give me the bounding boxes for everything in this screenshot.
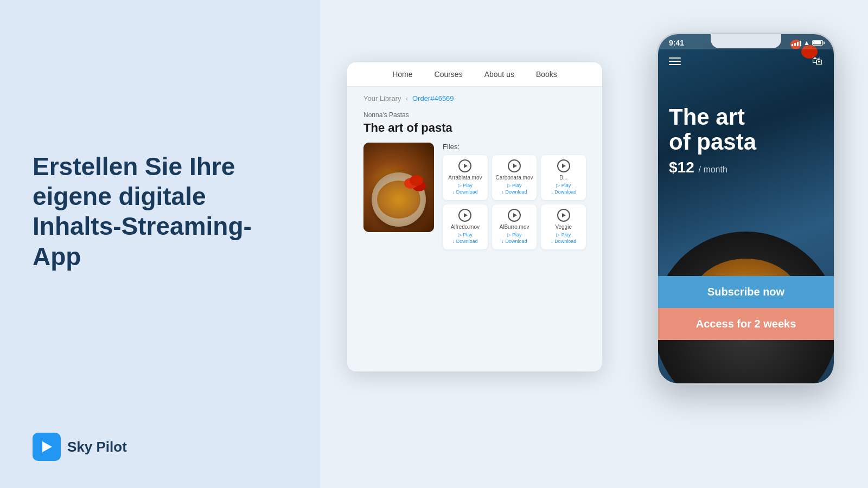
logo-icon <box>33 433 61 461</box>
hamburger-menu[interactable] <box>669 57 681 65</box>
desktop-nav: Home Courses About us Books <box>347 62 602 87</box>
play-icon-arrabiata[interactable] <box>458 159 471 172</box>
product-label: Nonna's Pastas <box>363 111 586 119</box>
play-icon-alburro[interactable] <box>508 209 521 222</box>
breadcrumb: Your Library ‹ Order#46569 <box>347 87 602 106</box>
download-b[interactable]: ↓ Download <box>544 189 583 195</box>
product-thumbnail <box>363 143 434 232</box>
file-name-b: B... <box>544 175 583 181</box>
file-arrabiata: Arrabiata.mov ▷ Play ↓ Download <box>443 155 488 200</box>
files-row-2: Alfredo.mov ▷ Play ↓ Download AlBurro.mo… <box>443 204 586 249</box>
file-name-alburro: AlBurro.mov <box>495 224 534 230</box>
file-name-alfredo: Alfredo.mov <box>446 224 484 230</box>
phone-notch <box>711 34 781 48</box>
phone-price: $12 / month <box>669 159 756 176</box>
cart-icon[interactable]: 🛍 <box>812 55 823 67</box>
files-section: Files: Arrabiata.mov ▷ Play ↓ Download C… <box>363 143 586 254</box>
desktop-content: Nonna's Pastas The art of pasta Files: <box>347 106 602 265</box>
nav-home[interactable]: Home <box>392 70 412 79</box>
files-grid: Files: Arrabiata.mov ▷ Play ↓ Download C… <box>443 143 586 254</box>
file-alburro: AlBurro.mov ▷ Play ↓ Download <box>492 204 537 249</box>
play-icon-alfredo[interactable] <box>458 209 471 222</box>
nav-about[interactable]: About us <box>484 70 514 79</box>
phone-buttons: Subscribe now Access for 2 weeks <box>658 276 834 340</box>
chevron-icon: ‹ <box>406 94 408 102</box>
left-panel: Erstellen Sie Ihre eigene digitale Inhal… <box>0 0 320 488</box>
wifi-icon: ▲ <box>803 39 810 47</box>
play-icon-carbonara[interactable] <box>508 159 521 172</box>
hero-text: Erstellen Sie Ihre eigene digitale Inhal… <box>33 152 266 272</box>
signal-icon <box>792 40 801 46</box>
file-name-arrabiata: Arrabiata.mov <box>446 175 484 181</box>
file-carbonara: Carbonara.mov ▷ Play ↓ Download <box>492 155 537 200</box>
pasta-image <box>363 143 434 232</box>
access-button[interactable]: Access for 2 weeks <box>658 308 834 340</box>
plate <box>372 172 426 227</box>
play-icon-b[interactable] <box>557 159 570 172</box>
breadcrumb-library[interactable]: Your Library <box>363 94 401 102</box>
logo-area: Sky Pilot <box>33 433 127 461</box>
file-name-carbonara: Carbonara.mov <box>495 175 534 181</box>
play-alfredo[interactable]: ▷ Play <box>446 232 484 237</box>
breadcrumb-order: Order#46569 <box>412 94 454 102</box>
phone-nav-bar: 🛍 <box>658 50 834 72</box>
play-veggie[interactable]: ▷ Play <box>544 232 583 237</box>
download-alburro[interactable]: ↓ Download <box>495 239 534 244</box>
phone-title: The art of pasta <box>669 105 756 155</box>
hero-heading: Erstellen Sie Ihre eigene digitale Inhal… <box>33 152 266 272</box>
subscribe-button[interactable]: Subscribe now <box>658 276 834 308</box>
file-alfredo: Alfredo.mov ▷ Play ↓ Download <box>443 204 488 249</box>
files-label: Files: <box>443 143 586 151</box>
phone-text-area: The art of pasta $12 / month <box>669 105 756 176</box>
product-title: The art of pasta <box>363 121 586 135</box>
download-alfredo[interactable]: ↓ Download <box>446 239 484 244</box>
mobile-mockup: 9:41 ▲ 🛍 The art of pasta <box>656 33 835 385</box>
play-icon-veggie[interactable] <box>557 209 570 222</box>
play-alburro[interactable]: ▷ Play <box>495 232 534 237</box>
noodles <box>377 181 420 219</box>
file-name-veggie: Veggie <box>544 224 583 230</box>
download-carbonara[interactable]: ↓ Download <box>495 189 534 195</box>
desktop-ui: Home Courses About us Books Your Library… <box>347 62 602 371</box>
play-b[interactable]: ▷ Play <box>544 183 583 188</box>
nav-books[interactable]: Books <box>536 70 557 79</box>
logo-text: Sky Pilot <box>67 439 127 455</box>
nav-courses[interactable]: Courses <box>435 70 463 79</box>
file-b: B... ▷ Play ↓ Download <box>541 155 586 200</box>
phone-status-icons: ▲ <box>792 39 823 47</box>
phone-time: 9:41 <box>669 38 684 47</box>
download-arrabiata[interactable]: ↓ Download <box>446 189 484 195</box>
svg-marker-0 <box>42 441 52 452</box>
battery-icon <box>812 40 823 46</box>
download-veggie[interactable]: ↓ Download <box>544 239 583 244</box>
play-arrabiata[interactable]: ▷ Play <box>446 183 484 188</box>
play-carbonara[interactable]: ▷ Play <box>495 183 534 188</box>
files-row-1: Arrabiata.mov ▷ Play ↓ Download Carbonar… <box>443 155 586 200</box>
file-veggie: Veggie ▷ Play ↓ Download <box>541 204 586 249</box>
tomatoes <box>410 175 423 186</box>
